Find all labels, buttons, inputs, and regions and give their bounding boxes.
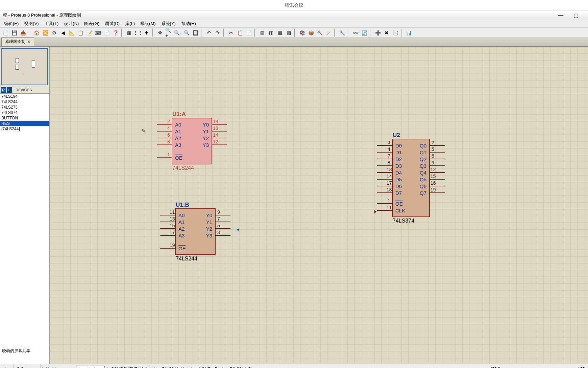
menu-y[interactable]: 系统(Y) xyxy=(158,20,178,27)
device-list[interactable]: 74LS19474LS24474LS27374LS374BUTTONRES[74… xyxy=(0,94,49,364)
pin[interactable]: 19Q7 xyxy=(429,189,445,196)
import-icon[interactable]: 📥 xyxy=(19,29,27,37)
pin[interactable]: 19OE xyxy=(160,245,176,252)
play-button[interactable]: ▶ xyxy=(0,364,14,368)
device-item[interactable]: RES xyxy=(0,121,49,126)
block-rotate-icon[interactable]: ▦ xyxy=(276,29,284,37)
app-title-text: 程 - Proteus 8 Professional - 原理图绘制 xyxy=(3,12,81,18)
pencil-cursor-icon: ✎ xyxy=(141,128,146,134)
maximize-button[interactable]: ▢ xyxy=(573,12,579,19)
del-sheet-icon[interactable]: ✖ xyxy=(383,29,391,37)
pin[interactable]: 1OE xyxy=(157,154,172,161)
3d-icon[interactable]: 📐 xyxy=(68,29,76,37)
library-icon[interactable]: 📚 xyxy=(298,29,306,37)
menu-n[interactable]: 设计(N) xyxy=(61,20,81,27)
device-item[interactable]: 74LS244 xyxy=(0,99,49,105)
tab-schematic[interactable]: 原理图绘制 ✕ xyxy=(1,37,34,46)
pcb-icon[interactable]: ⚙ xyxy=(50,29,58,37)
meeting-title-bar: 腾讯会议 xyxy=(0,0,588,11)
package-icon[interactable]: 📦 xyxy=(307,29,315,37)
design-select[interactable]: Base Design xyxy=(76,366,105,368)
goto-sheet-icon[interactable]: 📑 xyxy=(391,29,399,37)
stop-button[interactable]: ■ xyxy=(27,364,41,368)
chip-name: U1:B xyxy=(176,202,189,208)
pick-devices-button[interactable]: P xyxy=(1,87,6,93)
gerber-icon[interactable]: 📋 xyxy=(76,29,84,37)
component-u1a[interactable]: U1:A 74LS244 2A04A16A28A31OE18Y016Y114Y2… xyxy=(172,118,212,164)
report-icon[interactable]: 📊 xyxy=(405,29,413,37)
new-icon[interactable]: 📄 xyxy=(1,29,9,37)
undo-icon[interactable]: ↶ xyxy=(205,29,213,37)
zoom-in-icon[interactable]: 🔍+ xyxy=(165,29,173,37)
schematic-canvas[interactable]: ✦ U1:A 74LS244 2A04A16A28A31OE18Y016Y114… xyxy=(50,47,588,364)
tab-strip: 原理图绘制 ✕ xyxy=(0,38,588,47)
status-info: COMPONENT U1:A, Value=74LS244, Module=<N… xyxy=(107,367,588,368)
menu-t[interactable]: 工具(T) xyxy=(42,20,62,27)
zoom-out-icon[interactable]: 🔍- xyxy=(174,29,182,37)
menu-e[interactable]: 编辑(E) xyxy=(1,20,21,27)
code-icon[interactable]: ⌨ xyxy=(94,29,102,37)
pin[interactable]: 11CLK xyxy=(377,207,393,214)
tab-close-icon[interactable]: ✕ xyxy=(27,40,30,44)
menu-h[interactable]: 帮助(H) xyxy=(178,20,199,27)
wand-icon[interactable]: 🪄 xyxy=(324,29,333,37)
device-item[interactable]: 74LS374 xyxy=(0,110,49,115)
copy-icon[interactable]: 📋 xyxy=(236,29,244,37)
minimize-button[interactable]: — xyxy=(558,12,563,19)
grid-area-icon[interactable]: ▦ xyxy=(125,29,133,37)
coord-x: -450.0 xyxy=(489,367,500,368)
save-icon[interactable]: 💾 xyxy=(10,29,18,37)
chip-name: U1:A xyxy=(172,111,186,118)
chip-type: 74LS374 xyxy=(393,218,414,224)
pan-icon[interactable]: ✥ xyxy=(156,29,164,37)
menu-d[interactable]: 调试(D) xyxy=(102,20,122,27)
home-icon[interactable]: 🏠 xyxy=(32,29,41,37)
find-icon[interactable]: 👓 xyxy=(351,29,360,37)
notes-icon[interactable]: 📄 xyxy=(103,29,111,37)
replace-icon[interactable]: 🔄 xyxy=(360,29,368,37)
new-sheet-icon[interactable]: ➕ xyxy=(374,29,382,37)
ares-icon[interactable]: 🔧 xyxy=(338,29,346,37)
block-move-icon[interactable]: ▥ xyxy=(267,29,275,37)
meeting-title: 腾讯会议 xyxy=(285,2,303,8)
pin[interactable]: 3Y3 xyxy=(215,232,230,239)
menu-g[interactable]: 图表(G) xyxy=(81,20,102,27)
status-messages[interactable]: No Messages xyxy=(42,367,74,368)
decompose-icon[interactable]: 🔨 xyxy=(316,29,324,37)
menu-bar: 编辑(E)视图(V)工具(T)设计(N)图表(G)调试(D)库(L)模版(M)系… xyxy=(0,20,588,28)
device-item[interactable]: BUTTON xyxy=(0,115,49,121)
device-item[interactable]: [74LS244] xyxy=(0,126,49,132)
pick-libraries-button[interactable]: L xyxy=(7,87,12,93)
menu-m[interactable]: 模版(M) xyxy=(138,20,158,27)
device-item[interactable]: 74LS194 xyxy=(0,94,49,99)
device-item[interactable]: 74LS273 xyxy=(0,105,49,110)
pin[interactable]: 8A3 xyxy=(157,141,172,148)
tab-label: 原理图绘制 xyxy=(5,39,25,45)
block-copy-icon[interactable]: ▤ xyxy=(258,29,266,37)
pin[interactable]: 12Y3 xyxy=(212,141,227,148)
zoom-fit-icon[interactable]: 🔍 xyxy=(182,29,191,37)
bom-icon[interactable]: 📝 xyxy=(85,29,93,37)
pin[interactable]: 18D7 xyxy=(377,189,393,196)
block-delete-icon[interactable]: ▧ xyxy=(285,29,293,37)
overview-pane[interactable]: - xyxy=(1,48,48,85)
component-u2[interactable]: U2 74LS374 3D04D17D28D313D414D517D618D71… xyxy=(392,139,430,217)
help-icon[interactable]: ❓ xyxy=(112,29,120,37)
chip-name: U2 xyxy=(393,132,400,139)
redo-icon[interactable]: ↷ xyxy=(214,29,222,37)
picker-header: P L DEVICES xyxy=(0,87,49,94)
pause-button[interactable]: ❚❚ xyxy=(14,364,27,368)
pin[interactable]: 17A3 xyxy=(160,232,176,239)
window-controls: — ▢ xyxy=(558,12,585,19)
nav-back-icon[interactable]: ◀ xyxy=(59,29,67,37)
grid-dots-icon[interactable]: ⋮⋮ xyxy=(134,29,142,37)
paste-icon[interactable]: 📄 xyxy=(245,29,253,37)
menu-v[interactable]: 视图(V) xyxy=(21,20,41,27)
origin-icon[interactable]: ✚ xyxy=(143,29,151,37)
zoom-area-icon[interactable]: 🔲 xyxy=(191,29,199,37)
cut-icon[interactable]: ✂ xyxy=(227,29,235,37)
component-u1b[interactable]: U1:B 74LS244 11A013A115A217A319OE9Y07Y15… xyxy=(175,208,216,255)
schematic-icon[interactable]: 🔀 xyxy=(41,29,49,37)
status-bar: ▶ ❚❚ ■ No Messages Base Design COMPONENT… xyxy=(0,364,588,368)
menu-l[interactable]: 库(L) xyxy=(122,20,138,27)
